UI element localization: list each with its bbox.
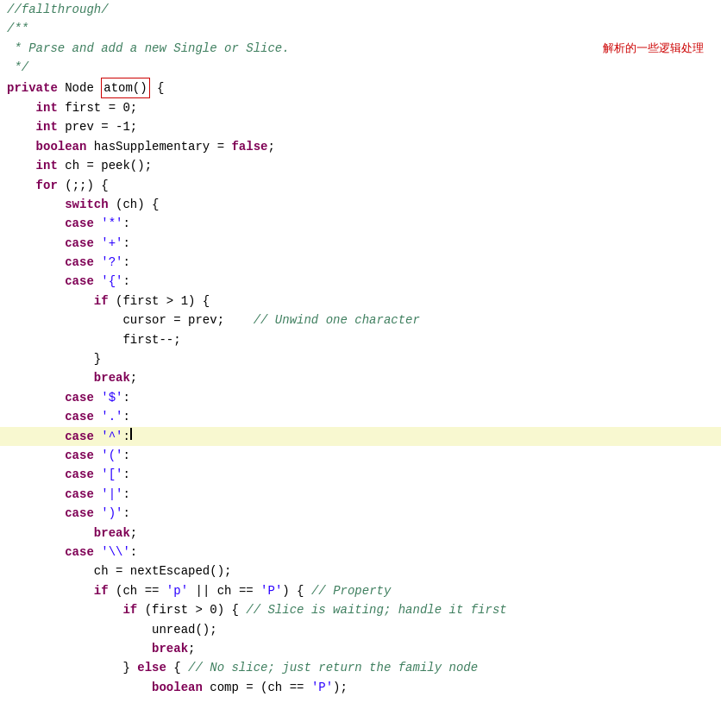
keyword-case: case (65, 253, 94, 272)
keyword-case: case (65, 504, 94, 523)
code-text: ; (267, 137, 274, 156)
code-text (94, 272, 101, 291)
string-question: '?' (101, 253, 122, 272)
string-p-upper2: 'P' (311, 678, 333, 697)
indent (7, 639, 152, 658)
code-text: ch = peek(); (58, 156, 152, 175)
indent (7, 678, 152, 697)
code-text: : (122, 214, 129, 233)
indent (7, 117, 36, 136)
comment-no-slice: // No slice; just return the family node (188, 658, 478, 677)
code-line: break ; (0, 524, 721, 543)
code-text: ) { (217, 600, 247, 619)
code-text: ; (130, 524, 137, 543)
keyword-break: break (152, 639, 188, 658)
code-line: break ; (0, 368, 721, 387)
code-line: * Parse and add a new Single or Slice. 解… (0, 39, 721, 58)
code-text: : (122, 234, 129, 253)
code-text: : (122, 388, 129, 407)
code-line: switch (ch) { (0, 195, 721, 214)
code-text: ; (130, 368, 137, 387)
keyword-break: break (94, 368, 130, 387)
keyword-case: case (65, 234, 94, 253)
code-text: ) { (282, 581, 311, 600)
indent (7, 600, 122, 619)
indent (7, 137, 36, 156)
code-text: : (130, 543, 137, 562)
indent (7, 311, 122, 329)
code-text: first = (58, 98, 123, 117)
string-rparen: ')' (101, 504, 122, 523)
code-text (94, 214, 101, 233)
code-text: (ch) { (109, 195, 160, 214)
code-text: || ch == (188, 581, 260, 600)
indent (7, 581, 94, 600)
code-line: */ (0, 58, 721, 77)
code-line: if (ch == 'p' || ch == 'P' ) { // Proper… (0, 581, 721, 600)
indent (7, 485, 65, 504)
keyword-if: if (94, 581, 109, 600)
code-text: ; (130, 98, 137, 117)
atom-box: atom() (101, 78, 149, 98)
code-line-highlighted: case '^' : (0, 427, 721, 446)
code-text: hasSupplementary = (86, 137, 231, 156)
code-line: boolean comp = (ch == 'P' ); (0, 678, 721, 697)
code-text: //fallthrough/ (7, 0, 109, 19)
code-text: (;;) { (58, 176, 109, 195)
code-text: comp = (ch == (203, 678, 311, 697)
indent (7, 465, 65, 484)
code-line: first--; (0, 330, 721, 349)
code-line: break ; (0, 639, 721, 658)
keyword-private: private (7, 78, 58, 97)
code-text (94, 407, 101, 426)
indent (7, 156, 36, 175)
keyword-if: if (94, 292, 109, 311)
string-backslash: '\\' (101, 543, 130, 562)
code-line: for (;;) { (0, 176, 721, 195)
code-line: case ')' : (0, 504, 721, 523)
keyword-int: int (36, 98, 58, 117)
code-line: } else { // No slice; just return the fa… (0, 658, 721, 677)
string-lbracket: '[' (101, 465, 122, 484)
code-text: (first > 1) { (109, 292, 210, 311)
code-text: : (122, 465, 129, 484)
code-line: int prev = -1; (0, 117, 721, 136)
keyword-case: case (65, 465, 94, 484)
code-text: (first > (137, 600, 210, 619)
keyword-case: case (65, 407, 94, 426)
code-text: { (150, 78, 165, 97)
string-caret: '^' (101, 427, 122, 446)
string-brace: '{' (101, 272, 122, 291)
indent (7, 524, 94, 543)
code-number: 0 (122, 98, 129, 117)
indent (7, 368, 94, 387)
code-text: */ (7, 58, 28, 77)
code-line: case '*' : (0, 214, 721, 233)
annotation-label: 解析的一些逻辑处理 (603, 40, 704, 58)
code-text: : (122, 407, 129, 426)
keyword-break: break (94, 524, 130, 543)
code-text: ); (333, 678, 348, 697)
code-text: : (122, 485, 129, 504)
keyword-case: case (65, 214, 94, 233)
code-text (94, 253, 101, 272)
string-lparen: '(' (101, 446, 122, 465)
code-text: (ch == (109, 581, 166, 600)
code-line: case '{' : (0, 272, 721, 291)
code-text (94, 427, 101, 446)
string-p-lower: 'p' (166, 581, 188, 600)
code-text: /** (7, 19, 28, 38)
code-text (94, 465, 101, 484)
code-text: first--; (122, 330, 180, 349)
keyword-boolean: boolean (36, 137, 87, 156)
code-line: if (first > 0 ) { // Slice is waiting; h… (0, 600, 721, 619)
keyword-case: case (65, 427, 94, 446)
indent (7, 253, 65, 272)
code-text: : (122, 253, 129, 272)
code-line: } (0, 349, 721, 368)
string-star: '*' (101, 214, 122, 233)
keyword-switch: switch (65, 195, 108, 214)
indent (7, 504, 65, 523)
code-text: * Parse and add a new Single or Slice. (7, 39, 290, 58)
indent (7, 292, 94, 311)
